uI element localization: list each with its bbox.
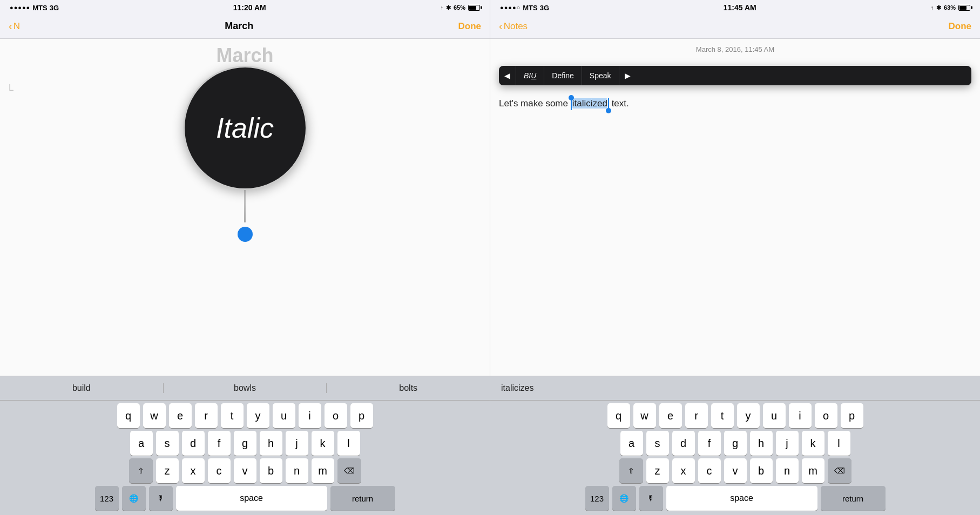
left-key-x[interactable]: x — [182, 458, 205, 483]
left-key-e[interactable]: e — [169, 403, 192, 428]
right-key-a[interactable]: a — [620, 431, 643, 456]
right-menu-speak[interactable]: Speak — [582, 66, 619, 85]
right-key-shift[interactable]: ⇧ — [619, 458, 643, 483]
right-key-x[interactable]: x — [672, 458, 695, 483]
right-nav-done[interactable]: Done — [949, 21, 972, 32]
left-key-y[interactable]: y — [247, 403, 269, 428]
left-key-b[interactable]: b — [260, 458, 282, 483]
right-key-g[interactable]: g — [724, 431, 747, 456]
right-key-e[interactable]: e — [659, 403, 682, 428]
right-battery-pct: 63% — [944, 4, 956, 11]
right-key-r[interactable]: r — [685, 403, 708, 428]
left-key-c[interactable]: c — [208, 458, 231, 483]
left-key-f[interactable]: f — [208, 431, 231, 456]
left-key-row-3: ⇧ z x c v b n m ⌫ — [0, 456, 490, 483]
left-key-v[interactable]: v — [234, 458, 256, 483]
right-autocorrect-bar: italicizes — [490, 376, 980, 401]
right-status-left: ●●●●○ MTS 3G — [500, 4, 549, 12]
right-selection-handle-end — [608, 98, 609, 110]
left-key-z[interactable]: z — [156, 458, 179, 483]
left-key-m[interactable]: m — [312, 458, 334, 483]
left-key-return[interactable]: return — [330, 486, 395, 511]
left-key-j[interactable]: j — [286, 431, 308, 456]
right-key-p[interactable]: p — [841, 403, 863, 428]
left-key-l[interactable]: l — [337, 431, 360, 456]
right-menu-define[interactable]: Define — [544, 66, 582, 85]
right-key-i[interactable]: i — [789, 403, 812, 428]
right-location-icon: ↑ — [930, 4, 934, 11]
left-nav-title: March — [225, 21, 253, 32]
left-nav-done[interactable]: Done — [458, 21, 482, 32]
left-status-bar: ●●●●● MTS 3G 11:20 AM ↑ ✱ 65% — [0, 0, 490, 14]
right-key-j[interactable]: j — [776, 431, 799, 456]
right-keyboard: q w e r t y u i o p a s d f g h j k l ⇧ … — [490, 401, 980, 515]
right-key-space[interactable]: space — [666, 486, 817, 511]
right-key-num[interactable]: 123 — [585, 486, 609, 511]
right-key-f[interactable]: f — [698, 431, 721, 456]
left-key-n[interactable]: n — [286, 458, 308, 483]
left-autocorrect-1[interactable]: bowls — [163, 383, 327, 393]
left-key-backspace[interactable]: ⌫ — [337, 458, 361, 483]
right-key-s[interactable]: s — [646, 431, 669, 456]
left-autocorrect-0[interactable]: build — [0, 383, 163, 393]
right-key-b[interactable]: b — [750, 458, 773, 483]
right-key-u[interactable]: u — [763, 403, 786, 428]
right-menu-next[interactable]: ▶ — [619, 66, 636, 85]
left-key-mic[interactable]: 🎙 — [149, 486, 173, 511]
right-key-y[interactable]: y — [737, 403, 760, 428]
left-key-g[interactable]: g — [234, 431, 256, 456]
right-key-backspace[interactable]: ⌫ — [828, 458, 851, 483]
left-key-k[interactable]: k — [312, 431, 334, 456]
right-note-body: Let's make some italicized text. — [499, 97, 971, 111]
right-key-c[interactable]: c — [698, 458, 721, 483]
right-key-m[interactable]: m — [802, 458, 824, 483]
left-key-r[interactable]: r — [195, 403, 218, 428]
right-carrier: MTS — [523, 4, 537, 12]
right-nav-bar: ‹ Notes Done — [490, 14, 980, 39]
right-key-mic[interactable]: 🎙 — [639, 486, 663, 511]
right-menu-prev[interactable]: ◀ — [499, 66, 516, 85]
left-battery-icon — [468, 5, 480, 11]
left-keyboard: q w e r t y u i o p a s d f g h j k l ⇧ … — [0, 401, 490, 515]
right-key-n[interactable]: n — [776, 458, 799, 483]
left-key-globe[interactable]: 🌐 — [122, 486, 146, 511]
left-key-i[interactable]: i — [299, 403, 321, 428]
right-key-t[interactable]: t — [711, 403, 734, 428]
left-key-space[interactable]: space — [176, 486, 327, 511]
left-key-s[interactable]: s — [156, 431, 179, 456]
right-key-globe[interactable]: 🌐 — [612, 486, 636, 511]
right-key-return[interactable]: return — [821, 486, 886, 511]
right-autocorrect-0[interactable]: italicizes — [490, 383, 544, 393]
right-key-v[interactable]: v — [724, 458, 747, 483]
right-key-row-1: q w e r t y u i o p — [490, 401, 980, 428]
right-key-d[interactable]: d — [672, 431, 695, 456]
left-note-area: March 11 AM L Define Italic — [0, 39, 490, 376]
left-nav-back[interactable]: ‹ N — [9, 20, 20, 32]
right-key-h[interactable]: h — [750, 431, 773, 456]
right-key-o[interactable]: o — [815, 403, 837, 428]
left-network: 3G — [50, 4, 59, 12]
left-autocorrect-2[interactable]: bolts — [326, 383, 490, 393]
left-key-p[interactable]: p — [350, 403, 373, 428]
left-key-o[interactable]: o — [325, 403, 347, 428]
left-key-shift[interactable]: ⇧ — [129, 458, 153, 483]
right-key-k[interactable]: k — [802, 431, 824, 456]
left-key-q[interactable]: q — [117, 403, 140, 428]
right-menu-biu[interactable]: BIU — [516, 66, 544, 85]
left-key-num[interactable]: 123 — [95, 486, 119, 511]
left-key-d[interactable]: d — [182, 431, 205, 456]
left-nav-back-label: N — [13, 21, 20, 32]
right-key-w[interactable]: w — [633, 403, 656, 428]
right-key-q[interactable]: q — [607, 403, 630, 428]
left-key-u[interactable]: u — [273, 403, 295, 428]
right-nav-back[interactable]: ‹ Notes — [499, 20, 528, 32]
left-nav-bar: ‹ N March Done — [0, 14, 490, 39]
left-key-t[interactable]: t — [221, 403, 244, 428]
left-status-time: 11:20 AM — [233, 3, 266, 12]
left-battery-pct: 65% — [454, 4, 465, 11]
right-key-l[interactable]: l — [828, 431, 850, 456]
right-key-z[interactable]: z — [646, 458, 669, 483]
left-key-a[interactable]: a — [130, 431, 153, 456]
left-key-w[interactable]: w — [143, 403, 166, 428]
left-key-h[interactable]: h — [260, 431, 282, 456]
